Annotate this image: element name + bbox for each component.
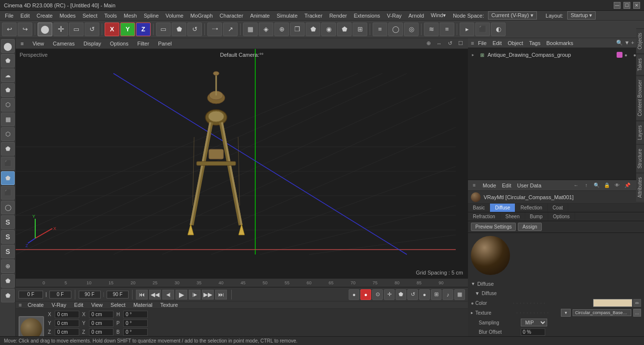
vp-menu-display[interactable]: Display — [82, 40, 103, 47]
vp-menu-cameras[interactable]: Cameras — [51, 40, 77, 47]
objects-filter-icon[interactable]: ▼ — [624, 40, 630, 46]
sidebar-mode13-btn[interactable]: ⬟ — [1, 289, 15, 302]
tb-icon15[interactable]: ▸ — [460, 23, 474, 36]
play-btn[interactable]: ▶ — [176, 290, 187, 299]
sidebar-select-btn[interactable]: ⬤ — [1, 39, 15, 53]
mat-tab-options[interactable]: Options — [548, 212, 575, 221]
vp-icon1[interactable]: ⊕ — [424, 39, 433, 48]
menu-mesh[interactable]: Mesh — [121, 12, 140, 19]
auto-key-btn[interactable]: ● — [360, 289, 371, 300]
audio-btn[interactable]: ♪ — [443, 289, 453, 300]
next-key-btn[interactable]: |▶ — [189, 290, 200, 299]
coord-z-size-input[interactable] — [89, 328, 113, 336]
menu-file[interactable]: File — [2, 12, 17, 19]
objects-menu-object[interactable]: Object — [506, 40, 525, 46]
key-param-btn[interactable]: ● — [419, 289, 430, 300]
tb-icon6[interactable]: ⬟ — [306, 23, 320, 36]
color-edit-btn[interactable]: ✏ — [633, 299, 641, 307]
attr-back-btn[interactable]: ← — [572, 182, 580, 189]
mat-menu-view[interactable]: View — [89, 301, 105, 308]
coord-h-input[interactable] — [123, 311, 148, 318]
axis-y-btn[interactable]: Y — [120, 23, 135, 36]
vtab-structure[interactable]: Structure — [636, 144, 644, 173]
vtab-takes[interactable]: Takes — [636, 54, 644, 75]
mat-menu-edit[interactable]: Edit — [72, 301, 85, 308]
tb-icon7[interactable]: ◉ — [321, 23, 336, 36]
color-radio[interactable]: ● — [471, 300, 474, 306]
sidebar-mode2-btn[interactable]: ☁ — [1, 69, 15, 82]
sidebar-mode5-btn[interactable]: ▦ — [1, 113, 15, 126]
vp-menu-icon[interactable]: ≡ — [19, 40, 25, 47]
tb-icon13[interactable]: ≋ — [424, 23, 439, 36]
key-pos-btn[interactable]: ✛ — [384, 289, 395, 300]
tb-icon9[interactable]: ⊞ — [353, 23, 367, 36]
tb-icon16[interactable]: ⬛ — [475, 23, 490, 36]
objects-menu-tags[interactable]: Tags — [527, 40, 542, 46]
mode-select-btn[interactable]: ⬤ — [38, 23, 52, 36]
diffuse-section-caret[interactable]: ▼ — [471, 281, 475, 286]
object-row-compass[interactable]: ▸ ⊞ Antique_Drawing_Compass_group ● ● — [470, 50, 642, 60]
texture-select-btn[interactable]: ▾ — [561, 309, 571, 317]
objects-header-icon[interactable]: ≡ — [471, 40, 474, 46]
sidebar-mode7-btn[interactable]: ⬟ — [1, 142, 15, 156]
tb-icon10[interactable]: ≡ — [373, 23, 387, 36]
coord-p-input[interactable] — [123, 320, 148, 327]
menu-volume[interactable]: Volume — [163, 12, 187, 19]
mat-menu-vray[interactable]: V-Ray — [49, 301, 68, 308]
assign-btn[interactable]: Assign — [518, 223, 541, 231]
tb-icon1[interactable]: ⭬ — [207, 23, 222, 36]
undo-btn[interactable]: ↩ — [2, 23, 17, 36]
prev-key-btn[interactable]: ◀| — [162, 290, 174, 299]
sidebar-mode12-btn[interactable]: ⬟ — [1, 274, 15, 288]
sidebar-mode8-btn[interactable]: ⬛ — [1, 157, 15, 170]
menu-animate[interactable]: Animate — [247, 12, 272, 19]
menu-tools[interactable]: Tools — [101, 12, 120, 19]
vp-menu-view[interactable]: View — [30, 40, 46, 47]
mat-tab-refraction[interactable]: Refraction — [468, 212, 501, 221]
goto-start-btn[interactable]: ⏮ — [136, 290, 148, 299]
frame-start-input[interactable] — [19, 291, 43, 299]
frame-total-input[interactable] — [107, 291, 129, 299]
tb-icon5[interactable]: ❒ — [290, 23, 305, 36]
mat-menu-texture[interactable]: Texture — [158, 301, 180, 308]
diffuse-sub-caret[interactable]: ▼ — [475, 291, 480, 296]
tb-icon14[interactable]: ≡ — [440, 23, 454, 36]
menu-tracker[interactable]: Tracker — [302, 12, 326, 19]
vtab-objects[interactable]: Objects — [636, 28, 644, 53]
next-frame-btn[interactable]: ▶▶ — [202, 290, 214, 299]
frame-end-input[interactable] — [79, 291, 101, 299]
tb-icon8[interactable]: ⬟ — [337, 23, 352, 36]
menu-wind[interactable]: Wind▾ — [428, 12, 449, 19]
menu-character[interactable]: Character — [217, 12, 246, 19]
texture-more-btn[interactable]: … — [633, 309, 641, 317]
tb-play-icon[interactable]: ▦ — [243, 23, 258, 36]
vtab-attributes[interactable]: Attributes — [636, 173, 644, 202]
coord-x-size-input[interactable] — [89, 311, 113, 318]
menu-select[interactable]: Select — [80, 12, 101, 19]
menu-create[interactable]: Create — [34, 12, 56, 19]
coord-z-pos-input[interactable] — [55, 328, 79, 336]
blur-offset-input[interactable] — [521, 328, 545, 336]
sampling-select[interactable]: MIP None SAT — [521, 319, 547, 326]
key-scale-btn[interactable]: ⬟ — [396, 289, 406, 300]
object-visible-btn[interactable]: ● — [624, 52, 631, 58]
coord-y-pos-input[interactable] — [55, 320, 79, 327]
vtab-layers[interactable]: Layers — [636, 121, 644, 144]
sidebar-mode3-btn[interactable]: ⬟ — [1, 83, 15, 97]
motion-clip-btn[interactable]: ▦ — [454, 289, 465, 300]
objects-menu-edit[interactable]: Edit — [490, 40, 504, 46]
attr-eye-btn[interactable]: 👁 — [613, 182, 622, 189]
attr-lock-btn[interactable]: 🔒 — [602, 182, 611, 189]
scale-btn[interactable]: ▭ — [69, 23, 84, 36]
tb-icon2[interactable]: ↗ — [223, 23, 238, 36]
attr-up-btn[interactable]: ↑ — [582, 182, 591, 189]
minimize-btn[interactable]: — — [614, 2, 621, 9]
sidebar-mode6-btn[interactable]: ⬡ — [1, 127, 15, 141]
frame-current-input[interactable] — [49, 291, 71, 299]
vp-icon3[interactable]: ↺ — [445, 39, 454, 48]
objects-search-icon[interactable]: 🔍 — [616, 40, 623, 46]
vtab-content-browser[interactable]: Content Browser — [636, 75, 644, 120]
menu-nodespace[interactable]: Node Space: — [450, 12, 487, 19]
sidebar-mode11-btn[interactable]: ⊕ — [1, 259, 15, 273]
keyframe-record-btn[interactable]: ● — [349, 289, 359, 300]
